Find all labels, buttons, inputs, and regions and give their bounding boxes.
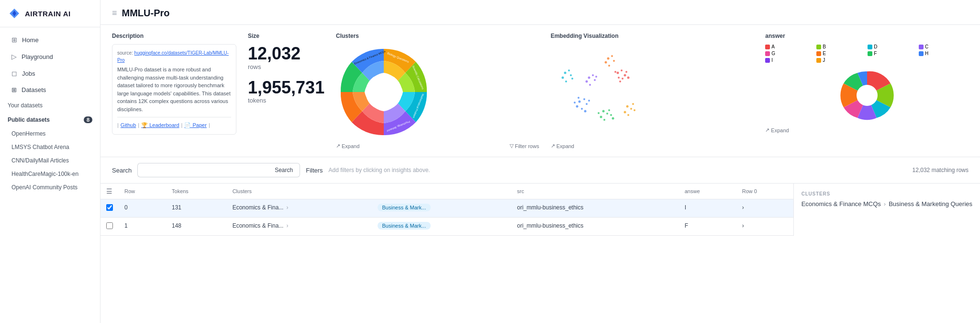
svg-point-34 [626, 105, 628, 108]
embedding-chart-actions: ↗ Expand [551, 143, 754, 149]
public-datasets-badge: 8 [84, 116, 92, 123]
filter-label: Filter rows [515, 143, 539, 149]
paper-link[interactable]: 📄 Paper [184, 121, 206, 129]
clusters-expand-btn[interactable]: ↗ Expand [336, 143, 359, 149]
sidebar: AIRTRAIN AI ⊞ Home ▷ Playground ◻ Jobs ⊞… [0, 0, 100, 323]
row-0-src: ori_mmlu-business_ethics [512, 199, 679, 218]
row-0-num: 0 [119, 199, 166, 218]
svg-point-55 [613, 60, 615, 62]
github-link[interactable]: Github [121, 121, 136, 129]
embedding-chart [551, 44, 646, 140]
col-row[interactable]: Row [119, 184, 166, 199]
size-rows-num: 12,032 [248, 44, 324, 63]
legend-g: G [765, 51, 815, 56]
public-datasets-label: Public datasets [8, 116, 50, 123]
row-0-checkbox[interactable] [106, 204, 113, 211]
description-label: Description [112, 33, 236, 39]
search-input[interactable] [137, 163, 268, 177]
table-area: ☰ Row Tokens Clusters src answe Row 0 [100, 184, 980, 236]
main-content: ≡ MMLU-Pro Description source: huggingfa… [100, 0, 980, 323]
description-links: | Github | 🏆 Leaderboard | 📄 Paper | [117, 117, 231, 129]
svg-point-14 [614, 71, 616, 73]
svg-point-45 [595, 76, 597, 78]
sidebar-item-home[interactable]: ⊞ Home [4, 32, 96, 48]
dataset-healthcaremagic[interactable]: HealthCareMagic-100k-en [0, 167, 100, 181]
table-body: 0 131 Economics & Fina... › Business & M… [100, 199, 793, 236]
svg-point-52 [607, 58, 609, 60]
legend-j: J [816, 58, 866, 63]
svg-point-18 [583, 98, 585, 100]
description-section: Description source: huggingface.co/datas… [112, 33, 236, 135]
table-header: ☰ Row Tokens Clusters src answe Row 0 [100, 184, 793, 199]
svg-point-21 [581, 108, 583, 110]
col-answer[interactable]: answe [679, 184, 736, 199]
svg-point-2 [366, 74, 402, 110]
table-row[interactable]: 0 131 Economics & Fina... › Business & M… [100, 199, 793, 218]
page-title: MMLU-Pro [122, 8, 170, 19]
row-1-answer: F [679, 218, 736, 236]
svg-point-29 [608, 109, 610, 111]
expand-icon-3: ↗ [765, 127, 769, 133]
dataset-openhermes[interactable]: OpenHermes [0, 127, 100, 140]
playground-icon: ▷ [11, 53, 17, 60]
pipe-4: | [209, 121, 210, 129]
row-1-detail-arrow[interactable]: › [736, 218, 793, 236]
datasets-icon: ⊞ [11, 86, 17, 93]
dataset-lmsys[interactable]: LMSYS Chatbot Arena [0, 140, 100, 154]
col-clusters[interactable]: Clusters [227, 184, 512, 199]
col-src[interactable]: src [512, 184, 679, 199]
answer-expand-btn[interactable]: ↗ Expand [765, 127, 789, 133]
row-0-detail-arrow[interactable]: › [736, 199, 793, 218]
sidebar-item-label-datasets: Datasets [22, 86, 46, 93]
sidebar-item-jobs[interactable]: ◻ Jobs [4, 65, 96, 81]
embedding-label: Embedding Visualization [551, 33, 754, 39]
detail-chevron-icon: › [884, 200, 886, 208]
dataset-icon: ≡ [112, 8, 117, 18]
leaderboard-link[interactable]: 🏆 Leaderboard [141, 121, 179, 129]
filters-hint: Add filters by clicking on insights abov… [329, 167, 907, 173]
description-text: MMLU-Pro dataset is a more robust and ch… [117, 66, 231, 113]
row-1-cluster-sub: Business & Mark... [372, 218, 512, 236]
row-1-checkbox-cell [100, 218, 119, 236]
embedding-expand-btn[interactable]: ↗ Expand [551, 143, 574, 149]
select-all-icon[interactable]: ☰ [106, 187, 112, 195]
row-1-cluster-main: Economics & Fina... › [227, 218, 372, 236]
col-checkbox: ☰ [100, 184, 119, 199]
search-input-wrap: Search [137, 163, 300, 177]
svg-point-17 [578, 101, 580, 103]
detail-cluster-sub: Business & Marketing Queries [889, 200, 972, 208]
col-tokens[interactable]: Tokens [166, 184, 227, 199]
clusters-label: Clusters [336, 33, 539, 39]
description-box: source: huggingface.co/datasets/TIGER-La… [112, 44, 236, 135]
col-row0[interactable]: Row 0 [736, 184, 793, 199]
table-row[interactable]: 1 148 Economics & Fina... › Business & M… [100, 218, 793, 236]
row-1-checkbox[interactable] [106, 222, 113, 229]
legend-f: F [868, 51, 917, 56]
pipe-1: | [117, 121, 119, 129]
description-source: source: huggingface.co/datasets/TIGER-La… [117, 49, 231, 64]
row-0-tokens: 131 [166, 199, 227, 218]
sidebar-item-label-jobs: Jobs [22, 70, 35, 77]
sidebar-item-datasets[interactable]: ⊞ Datasets [4, 82, 96, 98]
search-button[interactable]: Search [268, 163, 300, 177]
legend-a: A [765, 44, 815, 49]
svg-point-33 [612, 117, 614, 120]
svg-point-24 [584, 110, 586, 113]
svg-point-25 [578, 97, 579, 99]
sidebar-item-playground[interactable]: ▷ Playground [4, 48, 96, 65]
svg-point-54 [604, 61, 607, 64]
dataset-cnn[interactable]: CNN/DailyMail Articles [0, 154, 100, 167]
page-header: ≡ MMLU-Pro [100, 0, 980, 25]
detail-cluster-chain: Economics & Finance MCQs › Business & Ma… [802, 200, 972, 208]
search-row: Search Search Filters Add filters by cli… [100, 157, 980, 184]
your-datasets-item[interactable]: Your datasets [0, 98, 100, 113]
svg-point-57 [857, 85, 878, 106]
svg-point-51 [571, 78, 573, 80]
svg-point-35 [630, 108, 632, 110]
dataset-openai[interactable]: OpenAI Community Posts [0, 181, 100, 194]
detail-cluster-main: Economics & Finance MCQs [802, 200, 881, 208]
svg-point-19 [576, 105, 578, 108]
size-section: Size 12,032 rows 1,955,731 tokens [248, 33, 324, 112]
clusters-filter-btn[interactable]: ▽ Filter rows [510, 143, 539, 149]
detail-clusters-label: CLUSTERS [802, 191, 972, 196]
